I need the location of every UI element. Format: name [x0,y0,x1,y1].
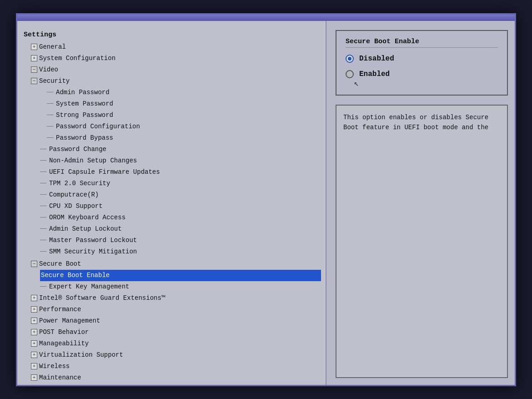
tree-label-power-mgmt: Power Management [39,316,100,326]
tree-line: ── [40,191,47,199]
tree-label-computrace: Computrace(R) [49,190,99,200]
top-bar [17,15,515,21]
expand-icon-virtualization: + [31,352,37,358]
expand-icon-intel-sge: + [31,295,37,301]
tree-label-video: Video [39,65,58,75]
expand-icon-manageability: + [31,340,37,347]
tree-label-secure-boot: Secure Boot [39,259,81,269]
tree-label-wireless: Wireless [39,362,70,371]
tree-item-general[interactable]: + General [31,41,321,53]
tree-label-password-bypass: Password Bypass [56,133,113,143]
tree-label-virtualization: Virtualization Support [39,350,123,360]
tree-line: ── [40,283,47,291]
tree-line: ── [40,202,47,210]
tree-item-admin-password[interactable]: ── Admin Password [47,87,321,98]
tree-label-post-behavior: POST Behavior [39,328,89,337]
expand-icon-post-behavior: + [31,329,37,335]
expand-icon-security: − [31,78,37,84]
tree-line: ── [47,134,54,142]
description-box: This option enables or disables Secure B… [336,105,508,378]
tree-line: ── [40,157,47,165]
tree-item-wireless[interactable]: + Wireless [31,361,321,372]
tree-label-admin-password: Admin Password [56,88,110,97]
tree-line: ── [40,179,47,187]
expand-icon-system-config: + [31,55,37,61]
tree-label-secure-boot-enable: Secure Boot Enable [41,271,110,280]
secure-boot-group: Secure Boot Enable Disabled Enabled ↖ [336,30,508,96]
tree-item-system-config[interactable]: + System Configuration [31,53,321,64]
tree-label-system-password: System Password [56,99,113,109]
tree-line: ── [40,145,47,153]
tree-line: ── [47,88,54,96]
radio-btn-disabled[interactable] [346,55,354,63]
expand-icon-general: + [31,44,37,50]
tree-label-admin-lockout: Admin Setup Lockout [49,224,122,234]
tree-label-performance: Performance [39,305,81,314]
tree-item-cpu-xd[interactable]: ── CPU XD Support [40,201,321,212]
tree-line: ── [40,247,47,256]
tree-label-tpm: TPM 2.0 Security [49,179,110,188]
tree-item-computrace[interactable]: ── Computrace(R) [40,189,321,201]
tree-item-security[interactable]: − Security [31,76,321,87]
left-panel: Settings + General + System Configuratio… [17,21,326,385]
radio-btn-enabled[interactable] [346,70,354,78]
tree-label-password-change: Password Change [49,145,106,154]
tree-label-intel-sge: Intel® Software Guard Extensions™ [39,293,165,303]
tree-item-secure-boot-enable[interactable]: Secure Boot Enable [40,270,321,281]
tree-item-intel-sge[interactable]: + Intel® Software Guard Extensions™ [31,293,321,304]
radio-label-enabled: Enabled [359,70,390,78]
tree-item-manageability[interactable]: + Manageability [31,338,321,349]
tree-item-power-mgmt[interactable]: + Power Management [31,315,321,327]
group-title: Secure Boot Enable [346,38,498,48]
tree-item-password-config[interactable]: ── Password Configuration [47,121,321,132]
tree-label-master-pw: Master Password Lockout [49,236,137,245]
tree-item-post-behavior[interactable]: + POST Behavior [31,327,321,338]
tree-item-password-change[interactable]: ── Password Change [40,144,321,155]
tree-item-system-password[interactable]: ── System Password [47,98,321,110]
right-panel: Secure Boot Enable Disabled Enabled ↖ Th… [326,21,515,385]
tree-label-general: General [39,42,66,52]
tree-item-non-admin[interactable]: ── Non-Admin Setup Changes [40,155,321,167]
tree-line: ── [40,225,47,233]
expand-icon-maintenance: + [31,374,37,381]
expand-icon-secure-boot: − [31,261,37,267]
tree-item-secure-boot[interactable]: − Secure Boot [31,258,321,270]
tree-label-orom-keyboard: OROM Keyboard Access [49,213,125,222]
expand-icon-power-mgmt: + [31,318,37,324]
tree-item-master-pw[interactable]: ── Master Password Lockout [40,235,321,246]
radio-option-disabled[interactable]: Disabled [346,55,498,63]
tree-line: ── [40,213,47,222]
cursor-icon: ↖ [354,78,359,88]
tree-line: ── [47,122,54,131]
tree-item-performance[interactable]: + Performance [31,304,321,315]
radio-option-enabled[interactable]: Enabled ↖ [346,70,498,78]
tree-line: ── [40,236,47,244]
description-text: This option enables or disables Secure B… [343,114,488,131]
tree-label-non-admin: Non-Admin Setup Changes [49,156,137,166]
expand-icon-video: − [31,66,37,73]
tree-item-video[interactable]: − Video [31,64,321,76]
tree-label-cpu-xd: CPU XD Support [49,202,103,211]
tree-label-system-config: System Configuration [39,54,115,63]
tree-item-tpm[interactable]: ── TPM 2.0 Security [40,178,321,189]
tree-line: ── [40,168,47,176]
tree-label-expert-key: Expert Key Management [49,282,129,292]
tree-label-strong-password: Strong Password [56,111,113,120]
tree-item-maintenance[interactable]: + Maintenance [31,372,321,384]
tree-label-password-config: Password Configuration [56,122,140,131]
radio-label-disabled: Disabled [359,55,394,63]
bios-screen: Settings + General + System Configuratio… [16,13,516,386]
tree-label-security: Security [39,76,70,86]
tree-item-admin-lockout[interactable]: ── Admin Setup Lockout [40,223,321,235]
expand-icon-performance: + [31,306,37,313]
tree-item-password-bypass[interactable]: ── Password Bypass [47,132,321,144]
tree-root: Settings [22,30,321,40]
tree-item-strong-password[interactable]: ── Strong Password [47,110,321,121]
tree-item-virtualization[interactable]: + Virtualization Support [31,349,321,361]
tree-item-smm[interactable]: ── SMM Security Mitigation [40,246,321,258]
tree-item-uefi-capsule[interactable]: ── UEFI Capsule Firmware Updates [40,167,321,178]
tree-item-orom-keyboard[interactable]: ── OROM Keyboard Access [40,212,321,223]
tree-line: ── [47,111,54,119]
expand-icon-wireless: + [31,363,37,369]
tree-item-expert-key[interactable]: ── Expert Key Management [40,281,321,293]
